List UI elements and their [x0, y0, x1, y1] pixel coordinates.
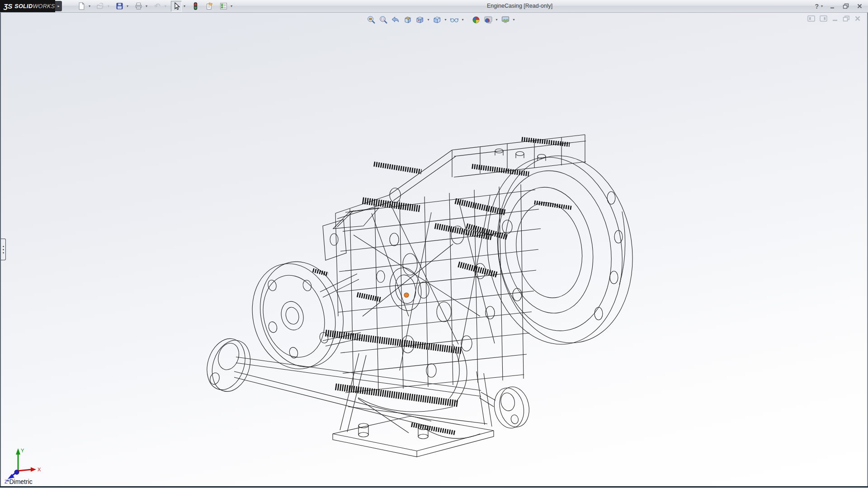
file-properties-button[interactable] — [204, 1, 215, 12]
minimize-button[interactable] — [828, 2, 836, 10]
help-button[interactable]: ? — [815, 3, 819, 10]
new-document-button[interactable] — [76, 1, 87, 12]
feature-tree-flyout-tab[interactable]: ◂ ◂ ◂ — [1, 239, 6, 260]
save-floppy-icon — [116, 2, 123, 10]
open-button[interactable] — [95, 1, 106, 12]
zoom-to-area-button[interactable] — [377, 14, 389, 25]
hide-show-items-dropdown[interactable]: ▾ — [461, 18, 465, 22]
close-button[interactable] — [855, 2, 863, 10]
select-cursor-icon — [173, 2, 180, 10]
standard-toolbar: ▾ ▾ — [76, 0, 237, 12]
apply-scene-icon — [484, 15, 493, 24]
previous-view-button[interactable] — [390, 14, 401, 25]
brand-works: WORKS — [33, 3, 55, 9]
display-style-button[interactable] — [431, 14, 443, 25]
menu-flyout-arrow-icon: ▸ — [57, 4, 59, 8]
open-folder-icon — [97, 2, 104, 10]
model-base[interactable] — [333, 344, 494, 457]
minimize-document-icon — [832, 15, 838, 22]
flyout-arrow-icon: ◂ — [2, 245, 4, 248]
section-view-button[interactable] — [402, 14, 413, 25]
dassault-3ds-logo-icon: ƷS — [4, 2, 12, 10]
view-settings-icon — [501, 15, 510, 24]
restore-icon — [843, 3, 849, 9]
model-left-flange[interactable] — [241, 253, 363, 378]
zoom-to-fit-icon — [367, 15, 376, 24]
view-orientation-dropdown[interactable]: ▾ — [426, 18, 430, 22]
file-properties-icon — [206, 2, 213, 10]
minimize-icon — [830, 4, 835, 9]
graphics-area[interactable]: ▾ ▾ ▾ — [0, 13, 868, 486]
view-settings-dropdown[interactable]: ▾ — [512, 18, 516, 22]
stoplight-icon — [192, 2, 199, 10]
x-axis-arrow — [31, 467, 36, 472]
menu-flyout-button[interactable]: ▸ — [55, 1, 62, 11]
view-orientation-label: *Dimetric — [7, 478, 33, 485]
open-dropdown[interactable]: ▾ — [106, 4, 111, 8]
print-icon — [135, 2, 142, 10]
zoom-to-fit-button[interactable] — [365, 14, 377, 25]
help-dropdown[interactable]: ▾ — [821, 4, 823, 8]
new-document-icon — [78, 2, 85, 10]
save-button[interactable] — [114, 1, 125, 12]
hide-show-items-button[interactable] — [448, 14, 460, 25]
triad-origin-ball — [14, 470, 19, 474]
y-axis-arrow — [16, 448, 20, 455]
model-right-flange[interactable] — [475, 147, 644, 353]
save-dropdown[interactable]: ▾ — [125, 4, 130, 8]
previous-view-icon — [391, 15, 400, 24]
view-orientation-button[interactable] — [414, 14, 425, 25]
close-document-button[interactable] — [854, 15, 861, 22]
y-axis-label: Y — [21, 448, 24, 453]
select-dropdown[interactable]: ▾ — [182, 4, 187, 8]
solidworks-logo: ƷS SOLID WORKS — [0, 0, 55, 12]
window-bottom-border — [0, 486, 868, 488]
apply-scene-dropdown[interactable]: ▾ — [495, 18, 499, 22]
brand-solid: SOLID — [14, 3, 33, 9]
document-title: EngineCasing [Read-only] — [487, 3, 552, 9]
undo-arrow-icon: ↶ — [154, 3, 160, 10]
section-view-icon — [403, 15, 412, 24]
solidworks-window: ƷS SOLID WORKS ▸ ▾ — [0, 0, 868, 488]
model-top-housing[interactable] — [452, 135, 586, 177]
titlebar: ƷS SOLID WORKS ▸ ▾ — [0, 0, 868, 13]
undo-dropdown[interactable]: ▾ — [163, 4, 168, 8]
window-controls: ? ▾ — [815, 0, 863, 12]
display-style-icon — [433, 15, 442, 24]
view-orientation-icon — [415, 15, 425, 24]
rebuild-stoplight-button[interactable] — [190, 1, 201, 12]
appearance-ball-icon — [472, 15, 481, 24]
eyeglasses-icon — [450, 15, 459, 24]
close-document-icon — [854, 15, 861, 22]
print-dropdown[interactable]: ▾ — [144, 4, 149, 8]
print-button[interactable] — [133, 1, 144, 12]
edit-appearance-button[interactable] — [470, 14, 481, 25]
x-axis-label: X — [38, 467, 41, 472]
new-document-dropdown[interactable]: ▾ — [87, 4, 92, 8]
zoom-to-area-icon — [379, 15, 388, 24]
heads-up-view-toolbar: ▾ ▾ ▾ — [365, 14, 516, 25]
display-pane-toggle-button[interactable] — [820, 15, 827, 22]
flyout-arrow-icon: ◂ — [2, 251, 4, 254]
minimize-document-button[interactable] — [832, 15, 838, 22]
document-window-controls — [807, 15, 861, 22]
close-icon — [857, 3, 863, 9]
display-style-dropdown[interactable]: ▾ — [443, 18, 448, 22]
undo-button[interactable]: ↶ — [152, 1, 163, 12]
origin-marker[interactable] — [404, 293, 409, 297]
view-settings-button[interactable] — [500, 14, 511, 25]
model-mount-arms[interactable] — [201, 333, 533, 431]
right-pane-icon — [820, 15, 827, 22]
restore-button[interactable] — [842, 2, 850, 10]
options-checklist-icon — [220, 2, 227, 10]
feature-pane-toggle-button[interactable] — [807, 15, 815, 22]
apply-scene-button[interactable] — [482, 14, 494, 25]
restore-document-button[interactable] — [843, 15, 850, 22]
engine-casing-wireframe-model[interactable] — [1, 13, 868, 486]
options-button[interactable] — [218, 1, 229, 12]
flyout-arrow-icon: ◂ — [2, 248, 4, 251]
restore-document-icon — [843, 15, 850, 22]
options-dropdown[interactable]: ▾ — [229, 4, 234, 8]
select-button[interactable] — [171, 1, 182, 12]
left-pane-icon — [807, 15, 815, 22]
